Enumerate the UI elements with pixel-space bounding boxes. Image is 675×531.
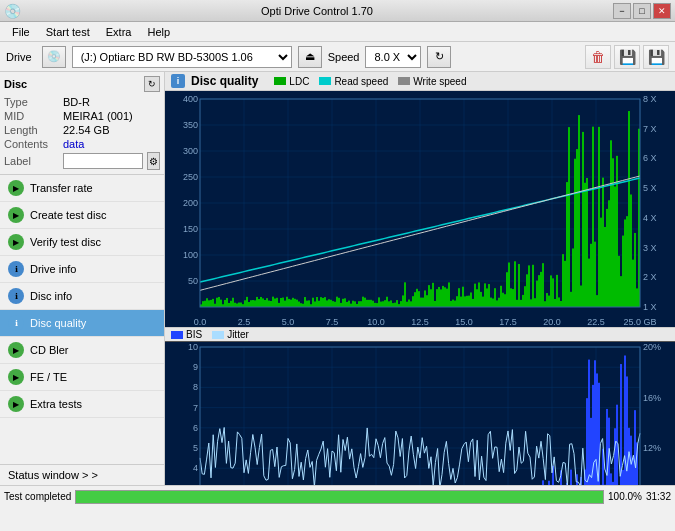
drive-icon-btn[interactable]: 💿: [42, 46, 66, 68]
ldc-color-swatch: [274, 77, 286, 85]
bis-color-swatch: [171, 331, 183, 339]
disc-refresh-button[interactable]: ↻: [144, 76, 160, 92]
status-time: 31:32: [646, 491, 671, 502]
drive-label: Drive: [6, 51, 32, 63]
sidebar-item-disc-info[interactable]: ℹ Disc info: [0, 283, 164, 310]
create-test-disc-label: Create test disc: [30, 209, 106, 221]
sidebar-item-transfer-rate[interactable]: ▶ Transfer rate: [0, 175, 164, 202]
minimize-button[interactable]: −: [613, 3, 631, 19]
maximize-button[interactable]: □: [633, 3, 651, 19]
legend-jitter: Jitter: [212, 329, 249, 340]
eject-button[interactable]: ⏏: [298, 46, 322, 68]
extra-tests-icon: ▶: [8, 396, 24, 412]
contents-value: data: [63, 138, 84, 150]
disc-section: Disc ↻ Type BD-R MID MEIRA1 (001) Length…: [0, 72, 164, 175]
status-text: Test completed: [4, 491, 71, 502]
sidebar: Disc ↻ Type BD-R MID MEIRA1 (001) Length…: [0, 72, 165, 485]
cd-bler-label: CD Bler: [30, 344, 69, 356]
sidebar-item-fe-te[interactable]: ▶ FE / TE: [0, 364, 164, 391]
main-area: Disc ↻ Type BD-R MID MEIRA1 (001) Length…: [0, 72, 675, 485]
progress-bar-container: [75, 490, 604, 504]
disc-section-title: Disc: [4, 78, 27, 90]
read-speed-color-swatch: [319, 77, 331, 85]
drivebar: Drive 💿 (J:) Optiarc BD RW BD-5300S 1.06…: [0, 42, 675, 72]
disc-info-label: Disc info: [30, 290, 72, 302]
charts-container: BIS Jitter: [165, 91, 675, 485]
bis-legend-label: BIS: [186, 329, 202, 340]
legend-read-speed: Read speed: [319, 76, 388, 87]
label-label: Label: [4, 155, 59, 167]
status-window-label: Status window > >: [8, 469, 98, 481]
speed-label: Speed: [328, 51, 360, 63]
disc-quality-header: i Disc quality LDC Read speed Write spee…: [165, 72, 675, 91]
drive-info-label: Drive info: [30, 263, 76, 275]
close-button[interactable]: ✕: [653, 3, 671, 19]
toolbar-icons: 🗑 💾 💾: [585, 45, 669, 69]
menu-extra[interactable]: Extra: [98, 24, 140, 40]
menubar: File Start test Extra Help: [0, 22, 675, 42]
ldc-legend-label: LDC: [289, 76, 309, 87]
menu-start-test[interactable]: Start test: [38, 24, 98, 40]
jitter-color-swatch: [212, 331, 224, 339]
ldc-chart: [165, 91, 675, 327]
read-speed-legend-label: Read speed: [334, 76, 388, 87]
drive-select[interactable]: (J:) Optiarc BD RW BD-5300S 1.06: [72, 46, 292, 68]
transfer-rate-label: Transfer rate: [30, 182, 93, 194]
sidebar-item-disc-quality[interactable]: ℹ Disc quality: [0, 310, 164, 337]
content-area: i Disc quality LDC Read speed Write spee…: [165, 72, 675, 485]
verify-test-disc-label: Verify test disc: [30, 236, 101, 248]
menu-file[interactable]: File: [4, 24, 38, 40]
type-value: BD-R: [63, 96, 90, 108]
titlebar: 💿 Opti Drive Control 1.70 − □ ✕: [0, 0, 675, 22]
sidebar-item-extra-tests[interactable]: ▶ Extra tests: [0, 391, 164, 418]
speed-select[interactable]: 8.0 X: [365, 46, 421, 68]
extra-tests-label: Extra tests: [30, 398, 82, 410]
mid-value: MEIRA1 (001): [63, 110, 133, 122]
burn-button[interactable]: 💾: [614, 45, 640, 69]
status-window-button[interactable]: Status window > >: [0, 464, 164, 485]
window-controls: − □ ✕: [613, 3, 671, 19]
statusbar: Test completed 100.0% 31:32: [0, 485, 675, 507]
mid-label: MID: [4, 110, 59, 122]
write-speed-legend-label: Write speed: [413, 76, 466, 87]
fe-te-label: FE / TE: [30, 371, 67, 383]
contents-label: Contents: [4, 138, 59, 150]
verify-test-disc-icon: ▶: [8, 234, 24, 250]
fe-te-icon: ▶: [8, 369, 24, 385]
window-title: Opti Drive Control 1.70: [21, 5, 613, 17]
erase-button[interactable]: 🗑: [585, 45, 611, 69]
sidebar-item-cd-bler[interactable]: ▶ CD Bler: [0, 337, 164, 364]
disc-quality-title: Disc quality: [191, 74, 258, 88]
legend-ldc: LDC: [274, 76, 309, 87]
progress-bar-fill: [76, 491, 603, 503]
label-input[interactable]: [63, 153, 143, 169]
jitter-legend-label: Jitter: [227, 329, 249, 340]
write-speed-color-swatch: [398, 77, 410, 85]
cd-bler-icon: ▶: [8, 342, 24, 358]
legend-bis: BIS: [171, 329, 202, 340]
disc-info-icon: ℹ: [8, 288, 24, 304]
drive-info-icon: ℹ: [8, 261, 24, 277]
disc-quality-label: Disc quality: [30, 317, 86, 329]
menu-help[interactable]: Help: [139, 24, 178, 40]
disc-quality-icon: ℹ: [8, 315, 24, 331]
refresh-button[interactable]: ↻: [427, 46, 451, 68]
chart2-legend: BIS Jitter: [165, 327, 675, 342]
create-test-disc-icon: ▶: [8, 207, 24, 223]
sidebar-nav: ▶ Transfer rate ▶ Create test disc ▶ Ver…: [0, 175, 164, 464]
sidebar-item-verify-test-disc[interactable]: ▶ Verify test disc: [0, 229, 164, 256]
length-value: 22.54 GB: [63, 124, 109, 136]
transfer-rate-icon: ▶: [8, 180, 24, 196]
chart-legend: LDC Read speed Write speed: [274, 76, 466, 87]
type-label: Type: [4, 96, 59, 108]
bis-jitter-chart: [165, 342, 675, 485]
sidebar-item-create-test-disc[interactable]: ▶ Create test disc: [0, 202, 164, 229]
save-button[interactable]: 💾: [643, 45, 669, 69]
label-settings-button[interactable]: ⚙: [147, 152, 160, 170]
length-label: Length: [4, 124, 59, 136]
legend-write-speed: Write speed: [398, 76, 466, 87]
progress-text: 100.0%: [608, 491, 642, 502]
app-icon: 💿: [4, 3, 21, 19]
disc-quality-icon-header: i: [171, 74, 185, 88]
sidebar-item-drive-info[interactable]: ℹ Drive info: [0, 256, 164, 283]
